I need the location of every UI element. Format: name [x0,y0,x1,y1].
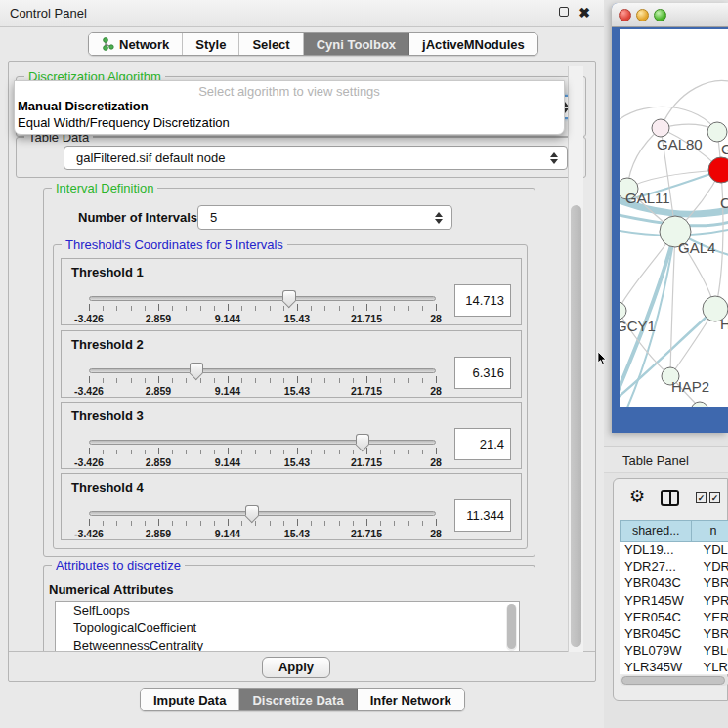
table-cell[interactable]: YDR2 [698,559,728,576]
table-cell[interactable]: YPR1 [698,593,728,610]
tick-label: -3.426 [74,456,104,468]
table-cell[interactable]: YLR345W [620,660,698,674]
table-row[interactable]: YER054C YER0 [620,610,728,626]
panel-scrollbar[interactable] [568,66,583,652]
table-row[interactable]: YDL19... YDL1 [620,542,728,559]
threshold-4-label: Threshold 4 [71,480,144,494]
tick-label: 15.43 [284,385,310,397]
tab-discretize-data[interactable]: Discretize Data [239,689,357,710]
table-cell[interactable]: YBL0 [698,643,728,660]
algorithm-dropdown-hint: Select algorithm to view settings [15,84,564,99]
table-cell[interactable]: YER0 [698,610,728,626]
combobox-spinner-icon [435,212,443,224]
threshold-4-value-field[interactable]: 11.344 [454,499,511,532]
table-cell[interactable]: YBR0 [698,576,728,592]
node-bottom[interactable] [691,402,708,407]
table-cell[interactable]: YPR145W [620,593,698,610]
table-row[interactable]: YDR27... YDR2 [620,559,728,576]
threshold-4-slider-handle[interactable] [245,505,259,515]
table-row[interactable]: YBR043C YBR0 [620,576,728,592]
numerical-attributes-label: Numerical Attributes [49,582,173,597]
threshold-3-slider-handle[interactable] [356,434,369,444]
tab-network[interactable]: Network [89,33,183,55]
interval-definition-group-title: Interval Definition [52,181,157,195]
table-cell[interactable]: YER054C [620,610,698,626]
column-header-name[interactable]: n [692,520,728,542]
node-label: HAP2 [671,378,709,395]
tick-label: 9.144 [215,528,240,539]
checkbox-icon[interactable]: ✓ [709,492,720,503]
checkbox-icon[interactable]: ✓ [696,492,707,503]
algorithm-option-manual[interactable]: Manual Discretization [18,99,149,113]
tab-cyni-toolbox-label: Cyni Toolbox [317,37,396,52]
tab-cyni-toolbox[interactable]: Cyni Toolbox [304,33,409,55]
table-cell[interactable]: YBL079W [620,643,698,660]
threshold-2-panel: Threshold 2 -3.426 2.859 9.144 15.43 21.… [61,330,522,398]
panel-scrollbar-thumb[interactable] [571,205,581,647]
table-hscrollbar[interactable] [620,675,728,686]
minimize-traffic-light-icon[interactable] [636,9,649,21]
threshold-3-value-field[interactable]: 21.4 [454,428,511,460]
mouse-cursor [597,352,607,365]
zoom-traffic-light-icon[interactable] [654,9,666,21]
table-data-group: Table Data galFiltered.sif default node [16,137,586,178]
threshold-4-slider[interactable] [89,511,436,516]
table-data-combobox[interactable]: galFiltered.sif default node [64,146,568,170]
tick-label: 9.144 [215,385,240,397]
gear-icon[interactable]: ⚙ [629,488,645,505]
threshold-2-label: Threshold 2 [71,337,144,352]
list-item[interactable]: SelfLoops [56,602,519,620]
tab-style[interactable]: Style [183,33,239,55]
table-cell[interactable]: YBR0 [698,626,728,643]
table-cell[interactable]: YLR3 [698,660,728,674]
list-item[interactable]: TopologicalCoefficient [56,620,519,637]
table-header-row: shared... n [620,520,728,542]
split-column-icon[interactable] [661,490,679,506]
network-window-titlebar [612,3,728,27]
list-scrollbar[interactable] [506,604,517,651]
tab-select[interactable]: Select [239,33,303,55]
node-label: H [720,316,728,332]
tab-impute-data-label: Impute Data [153,693,226,707]
numerical-attributes-list[interactable]: SelfLoops TopologicalCoefficient Between… [55,601,520,652]
threshold-1-value-field[interactable]: 14.713 [454,284,511,317]
threshold-2-slider-handle[interactable] [190,363,203,372]
algorithm-option-equal-width[interactable]: Equal Width/Frequency Discretization [18,115,230,130]
column-header-shared-name[interactable]: shared... [620,520,692,542]
num-intervals-combobox[interactable]: 5 [197,205,452,230]
list-scrollbar-thumb[interactable] [507,604,516,649]
close-traffic-light-icon[interactable] [619,9,631,21]
table-row[interactable]: YPR145W YPR1 [620,593,728,610]
table-row[interactable]: YBL079W YBL0 [620,643,728,660]
tab-jactivemnodules[interactable]: jActiveMNodules [409,33,537,55]
tab-discretize-data-label: Discretize Data [252,693,343,707]
tick-label: 28 [430,313,442,324]
threshold-1-label: Threshold 1 [71,265,144,279]
table-row[interactable]: YLR345W YLR3 [620,660,728,674]
table-cell[interactable]: YDL1 [698,542,728,559]
node-top-right[interactable] [707,122,727,142]
float-window-icon[interactable] [559,7,569,17]
threshold-1-slider[interactable] [89,296,436,301]
table-cell[interactable]: YDR27... [620,559,698,576]
table-cell[interactable]: YBR045C [620,626,698,643]
threshold-2-value-field[interactable]: 6.316 [454,357,511,389]
tab-infer-network[interactable]: Infer Network [358,689,464,710]
threshold-3-slider[interactable] [89,440,436,445]
list-item[interactable]: BetweennessCentrality [56,637,519,652]
table-cell[interactable]: YBR043C [620,576,698,592]
tab-impute-data[interactable]: Impute Data [141,689,239,710]
threshold-3-panel: Threshold 3 -3.426 2.859 9.144 15.43 21.… [61,402,522,469]
node-gal80[interactable] [652,119,669,137]
node-label: C [720,194,728,211]
apply-button[interactable]: Apply [262,657,330,678]
network-canvas[interactable]: GAL80 G GAL11 C GAL4 GCY1 H HAP2 [620,29,728,407]
threshold-1-slider-handle[interactable] [282,290,296,300]
tab-select-label: Select [252,37,289,52]
table-row[interactable]: YBR045C YBR0 [620,626,728,643]
table-hscrollbar-thumb[interactable] [621,676,725,685]
tick-label: 21.715 [351,528,382,539]
close-window-icon[interactable]: ✖ [578,5,590,21]
threshold-2-slider[interactable] [89,368,436,373]
table-cell[interactable]: YDL19... [620,542,698,559]
